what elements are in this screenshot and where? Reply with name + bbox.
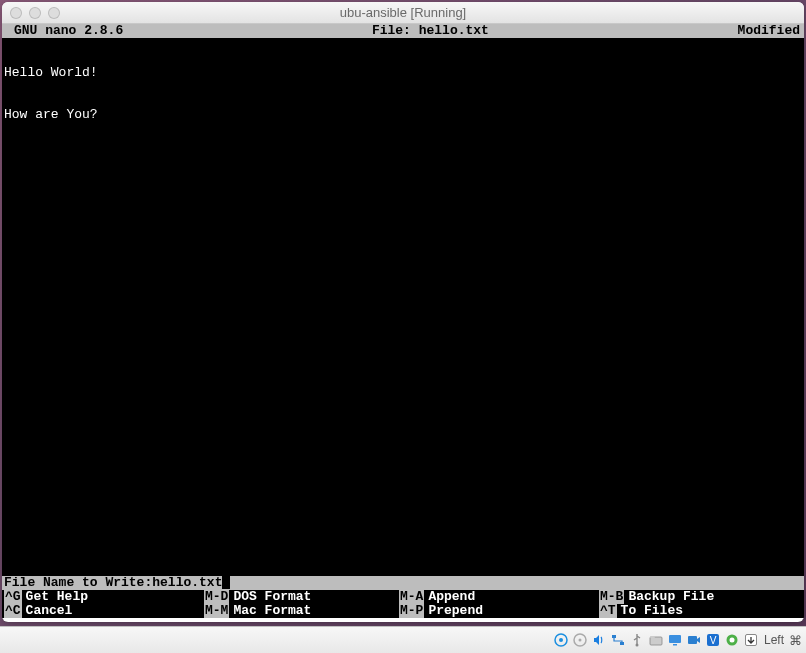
svg-point-6 [635,644,638,647]
editor-line: How are You? [4,108,802,122]
cursor-icon [222,576,230,589]
recording-icon[interactable] [686,632,702,648]
shared-folders-icon[interactable] [648,632,664,648]
svg-rect-5 [620,642,624,645]
host-key-label: Left [762,633,786,647]
shortcut-get-help[interactable]: ^G Get Help [4,590,204,604]
shortcut-to-files[interactable]: ^T To Files [599,604,802,618]
minimize-button[interactable] [29,7,41,19]
shortcut-backup-file[interactable]: M-B Backup File [599,590,802,604]
titlebar: ubu-ansible [Running] [2,2,804,24]
vm-status-bar: V Left ⌘ [0,626,806,653]
filename-prompt[interactable]: File Name to Write: hello.txt [2,576,804,590]
zoom-button[interactable] [48,7,60,19]
editor-line: Hello World! [4,66,802,80]
margin-strip [2,618,804,622]
svg-point-15 [729,638,734,643]
shortcut-bar: ^G Get Help M-D DOS Format M-A Append M-… [2,590,804,618]
svg-text:V: V [710,635,717,646]
svg-point-1 [559,638,563,642]
svg-point-3 [578,639,581,642]
optical-icon[interactable] [572,632,588,648]
network-icon[interactable] [610,632,626,648]
shortcut-mac-format[interactable]: M-M Mac Format [204,604,399,618]
svg-rect-11 [688,636,697,644]
guest-additions-icon[interactable]: V [705,632,721,648]
traffic-lights [2,7,60,19]
nano-file-label: File: hello.txt [123,24,737,38]
shortcut-append[interactable]: M-A Append [399,590,599,604]
shortcut-row: ^G Get Help M-D DOS Format M-A Append M-… [4,590,802,604]
keyboard-capture-icon[interactable] [743,632,759,648]
svg-rect-10 [673,644,677,646]
vm-window: ubu-ansible [Running] GNU nano 2.8.6 Fil… [2,2,804,622]
nano-version: GNU nano 2.8.6 [6,24,123,38]
svg-rect-8 [650,636,655,638]
prompt-label: File Name to Write: [4,576,152,590]
mouse-integration-icon[interactable] [724,632,740,648]
nano-header: GNU nano 2.8.6 File: hello.txt Modified [2,24,804,38]
display-icon[interactable] [667,632,683,648]
shortcut-dos-format[interactable]: M-D DOS Format [204,590,399,604]
editor-body[interactable]: Hello World! How are You? [2,38,804,576]
usb-icon[interactable] [629,632,645,648]
shortcut-cancel[interactable]: ^C Cancel [4,604,204,618]
disk-icon[interactable] [553,632,569,648]
status-icons: V [553,632,759,648]
shortcut-prepend[interactable]: M-P Prepend [399,604,599,618]
terminal[interactable]: GNU nano 2.8.6 File: hello.txt Modified … [2,24,804,622]
prompt-value[interactable]: hello.txt [152,576,222,590]
svg-rect-4 [612,635,616,638]
svg-rect-9 [669,635,681,643]
close-button[interactable] [10,7,22,19]
svg-rect-7 [650,637,662,645]
window-title: ubu-ansible [Running] [2,5,804,20]
nano-modified-label: Modified [738,24,800,38]
shortcut-row: ^C Cancel M-M Mac Format M-P Prepend ^T … [4,604,802,618]
command-key-icon: ⌘ [789,633,802,648]
audio-icon[interactable] [591,632,607,648]
